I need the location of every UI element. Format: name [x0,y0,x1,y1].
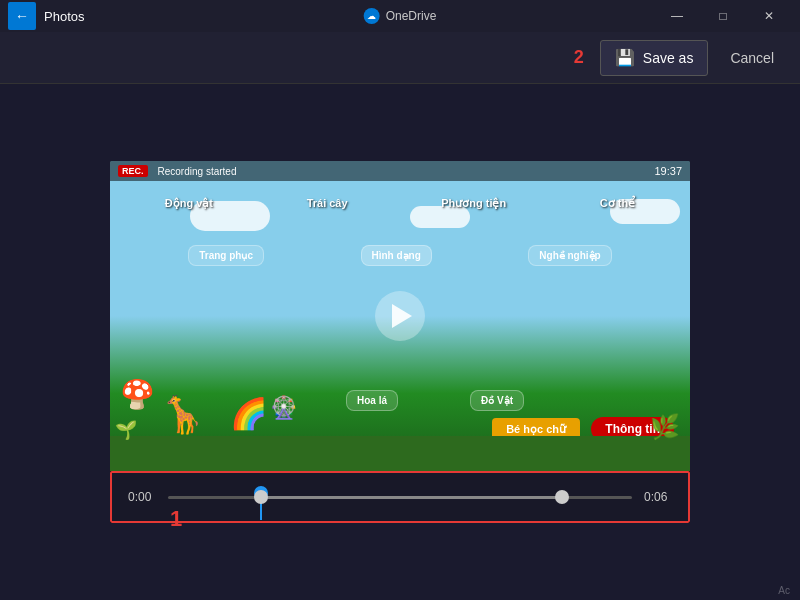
rec-bar: REC. Recording started 19:37 [110,161,690,181]
onedrive-label: OneDrive [386,9,437,23]
menu-do-vat: Đồ Vật [470,390,524,411]
toolbar: 2 💾 Save as Cancel [0,32,800,84]
minimize-button[interactable]: — [654,0,700,32]
close-button[interactable]: ✕ [746,0,792,32]
maximize-button[interactable]: □ [700,0,746,32]
slider-container[interactable] [168,483,632,511]
menu-hinh-dang: Hình dạng [361,245,432,266]
main-content: REC. Recording started 19:37 Động vật Tr… [0,84,800,600]
ferris-wheel-icon: 🎡 [270,395,297,421]
play-button[interactable] [375,291,425,341]
video-screen: REC. Recording started 19:37 Động vật Tr… [110,161,690,471]
trim-slider-row: 0:00 0:06 [128,483,672,511]
tree-icon: 🌿 [650,413,680,441]
rec-time: 19:37 [654,165,682,177]
menu-row-1: Động vật Trái cây Phương tiện Cơ thể [110,191,690,216]
menu-dong-vat: Động vật [165,197,213,210]
onedrive-indicator: ☁ OneDrive [364,8,437,24]
mushroom-icon: 🍄 [120,378,155,411]
menu-nghe-nghiep: Nghề nghiệp [528,245,611,266]
menu-phuong-tien: Phương tiện [441,197,506,210]
menu-trai-cay: Trái cây [307,197,348,210]
rec-status: Recording started [158,166,237,177]
save-as-label: Save as [643,50,694,66]
rainbow-icon: 🌈 [230,396,267,431]
title-bar: ← Photos ☁ OneDrive — □ ✕ [0,0,800,32]
play-triangle-icon [392,304,412,328]
save-as-button[interactable]: 💾 Save as [600,40,709,76]
video-container: REC. Recording started 19:37 Động vật Tr… [110,161,690,523]
watermark: Ac [778,585,790,596]
step1-label: 1 [170,506,182,532]
menu-trang-phuc: Trang phục [188,245,264,266]
back-button[interactable]: ← [8,2,36,30]
menu-hoa-la: Hoa lá [346,390,398,411]
menu-row-3: Hoa lá Đồ Vật [310,390,560,411]
app-title: Photos [44,9,84,24]
save-icon: 💾 [615,48,635,67]
step2-label: 2 [574,47,584,68]
menu-row-2: Trang phục Hình dạng Nghề nghiệp [110,241,690,270]
rec-badge: REC. [118,165,148,177]
time-end: 0:06 [644,490,672,504]
right-trim-handle[interactable] [555,490,569,504]
plant-icon: 🌱 [115,419,137,441]
cancel-button[interactable]: Cancel [720,44,784,72]
slider-track [168,496,632,499]
ground [110,436,690,471]
slider-fill [261,496,563,499]
trim-area: 0:00 0:06 [110,471,690,523]
left-trim-handle[interactable] [254,490,268,504]
time-start: 0:00 [128,490,156,504]
onedrive-icon: ☁ [364,8,380,24]
giraffe-icon: 🦒 [160,394,205,436]
menu-co-the: Cơ thể [600,197,635,210]
